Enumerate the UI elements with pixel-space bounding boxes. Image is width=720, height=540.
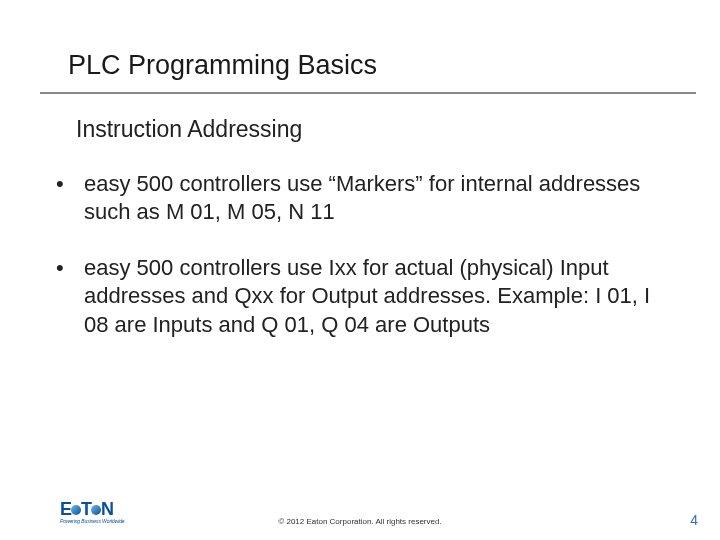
body-content: easy 500 controllers use “Markers” for i…	[44, 170, 660, 367]
logo-dot-icon	[71, 505, 81, 515]
copyright-text: © 2012 Eaton Corporation. All rights res…	[0, 517, 720, 526]
list-item: easy 500 controllers use “Markers” for i…	[44, 170, 660, 226]
list-item: easy 500 controllers use Ixx for actual …	[44, 254, 660, 338]
title-divider	[40, 92, 696, 94]
slide-subtitle: Instruction Addressing	[76, 116, 302, 143]
slide-title: PLC Programming Basics	[68, 50, 377, 81]
page-number: 4	[690, 512, 698, 528]
logo-dot-icon	[91, 505, 101, 515]
bullet-list: easy 500 controllers use “Markers” for i…	[44, 170, 660, 339]
slide: PLC Programming Basics Instruction Addre…	[0, 0, 720, 540]
